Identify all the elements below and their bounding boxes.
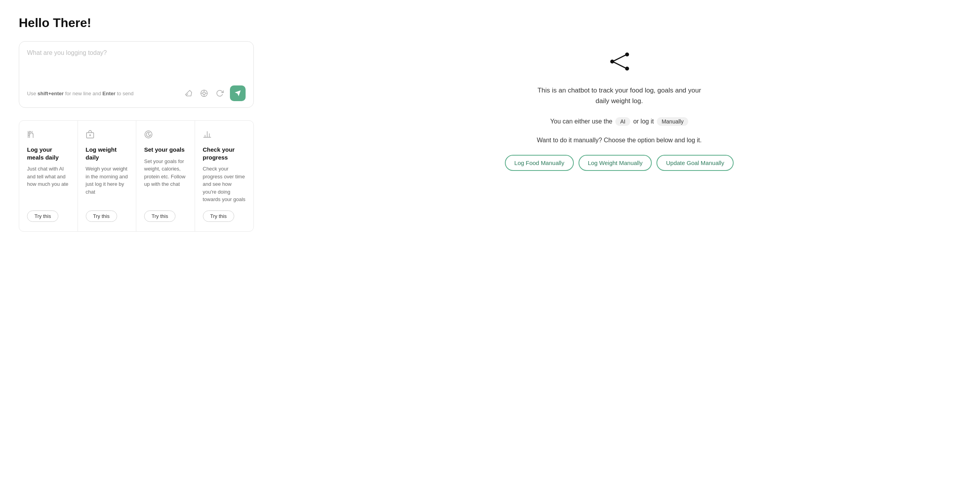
progress-icon xyxy=(203,130,246,140)
manual-buttons: Log Food Manually Log Weight Manually Up… xyxy=(505,155,734,171)
main-layout: Use shift+enter for new line and Enter t… xyxy=(19,41,961,232)
chat-input[interactable] xyxy=(27,49,246,81)
refresh-icon-button[interactable] xyxy=(214,88,225,99)
ai-badge: AI xyxy=(615,117,630,126)
bot-icon xyxy=(607,49,632,76)
feature-card-goals: Set your goals Set your goals for weight… xyxy=(136,121,195,231)
utensils-icon xyxy=(27,130,70,140)
svg-point-19 xyxy=(625,67,629,71)
right-panel: This is an chatbot to track your food lo… xyxy=(277,41,961,171)
try-button-meals[interactable]: Try this xyxy=(27,210,58,222)
svg-point-17 xyxy=(625,53,629,56)
feature-cards: Log your meals daily Just chat with AI a… xyxy=(19,120,254,232)
chat-input-box: Use shift+enter for new line and Enter t… xyxy=(19,41,254,108)
chat-actions xyxy=(183,85,246,101)
send-button[interactable] xyxy=(230,85,246,101)
try-button-weight[interactable]: Try this xyxy=(86,210,117,222)
card-desc-progress: Check your progress over time and see ho… xyxy=(203,165,246,203)
svg-point-18 xyxy=(610,60,614,63)
svg-line-21 xyxy=(614,62,625,68)
update-goal-manually-button[interactable]: Update Goal Manually xyxy=(656,155,733,171)
card-title-goals: Set your goals xyxy=(144,146,187,154)
log-weight-manually-button[interactable]: Log Weight Manually xyxy=(579,155,652,171)
left-panel: Use shift+enter for new line and Enter t… xyxy=(19,41,254,232)
manually-badge: Manually xyxy=(657,117,688,126)
card-title-weight: Log weight daily xyxy=(86,146,128,161)
feature-card-weight: Log weight daily Weigh your weight in th… xyxy=(78,121,137,231)
feature-card-meals: Log your meals daily Just chat with AI a… xyxy=(19,121,78,231)
goal-icon xyxy=(144,130,187,140)
try-button-progress[interactable]: Try this xyxy=(203,210,234,222)
feature-card-progress: Check your progress Check your progress … xyxy=(195,121,254,231)
card-desc-meals: Just chat with AI and tell what and how … xyxy=(27,165,70,203)
chat-footer: Use shift+enter for new line and Enter t… xyxy=(27,85,246,101)
card-desc-weight: Weigh your weight in the morning and jus… xyxy=(86,165,128,203)
weight-icon xyxy=(86,130,128,140)
chat-hint: Use shift+enter for new line and Enter t… xyxy=(27,91,134,96)
bot-description: This is an chatbot to track your food lo… xyxy=(537,85,702,106)
card-title-progress: Check your progress xyxy=(203,146,246,161)
log-food-manually-button[interactable]: Log Food Manually xyxy=(505,155,574,171)
page-title: Hello There! xyxy=(19,16,961,30)
svg-line-20 xyxy=(614,55,625,61)
svg-point-1 xyxy=(203,92,206,95)
target-icon-button[interactable] xyxy=(199,88,210,99)
try-button-goals[interactable]: Try this xyxy=(144,210,175,222)
card-desc-goals: Set your goals for weight, calories, pro… xyxy=(144,158,187,203)
manual-prompt: Want to do it manually? Choose the optio… xyxy=(537,137,702,144)
eraser-icon-button[interactable] xyxy=(183,88,194,99)
card-title-meals: Log your meals daily xyxy=(27,146,70,161)
ai-manual-line: You can either use the AI or log it Manu… xyxy=(550,117,688,126)
